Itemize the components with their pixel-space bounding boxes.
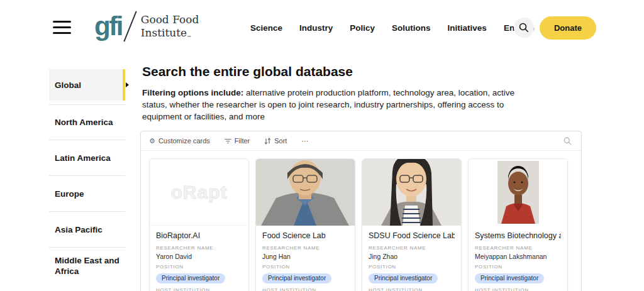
researcher-card[interactable]: Food Science Lab RESEARCHER NAME Jung Ha… (255, 158, 355, 291)
database-embed: ⚙ Customize cards Filter Sort ⋯ (140, 131, 582, 291)
primary-nav: Science Industry Policy Solutions Initia… (250, 0, 535, 55)
field-label-position: POSITION (475, 264, 561, 270)
nav-item-initiatives[interactable]: Initiatives (448, 23, 487, 33)
intro-text: Filtering options include: alternative p… (142, 87, 533, 123)
header-search-button[interactable] (514, 18, 534, 38)
trademark-symbol: ™ (187, 35, 191, 40)
card-title: Systems Biotechnology an... (475, 231, 561, 240)
nav-item-solutions[interactable]: Solutions (392, 23, 431, 33)
site-header: gfi Good Food Institute™ Science Industr… (0, 0, 644, 55)
researcher-card[interactable]: Systems Biotechnology an... RESEARCHER N… (468, 158, 568, 291)
field-label-researcher: RESEARCHER NAME (369, 245, 455, 251)
researcher-name: Meiyappan Lakshmanan (475, 253, 561, 260)
field-label-position: POSITION (156, 264, 242, 270)
field-label-host: HOST INSTITUTION (369, 287, 455, 291)
field-label-researcher: RESEARCHER NAME (262, 245, 348, 251)
page-title: Search the entire global database (142, 64, 353, 79)
field-label-host: HOST INSTITUTION (156, 287, 242, 291)
hamburger-menu-icon[interactable] (53, 21, 71, 37)
sidebar-item-latin-america[interactable]: Latin America (49, 140, 125, 176)
sidebar-item-global[interactable]: Global (49, 69, 125, 101)
field-label-host: HOST INSTITUTION (475, 287, 561, 291)
sort-button[interactable]: Sort (264, 137, 287, 145)
logo-slash-divider (123, 11, 136, 42)
field-label-position: POSITION (262, 264, 348, 270)
donate-button[interactable]: Donate (540, 16, 596, 40)
card-image-portrait-woman-glasses (362, 159, 461, 226)
gear-icon: ⚙ (149, 138, 155, 145)
gfi-logo-mark: gfi (94, 10, 122, 43)
researcher-card[interactable]: oRapt BioRaptor.AI RESEARCHER NAME Yaron… (149, 158, 249, 291)
widget-toolbar: ⚙ Customize cards Filter Sort ⋯ (141, 131, 581, 151)
card-gallery: oRapt BioRaptor.AI RESEARCHER NAME Yaron… (141, 151, 581, 291)
sidebar-item-europe[interactable]: Europe (49, 176, 125, 212)
researcher-name: Yaron David (156, 253, 242, 260)
field-label-researcher: RESEARCHER NAME (156, 245, 242, 251)
position-badge: Principal investigator (369, 273, 438, 283)
sort-icon (264, 138, 271, 145)
sidebar-item-asia-pacific[interactable]: Asia Pacific (49, 212, 125, 248)
field-label-host: HOST INSTITUTION (262, 287, 348, 291)
card-image-portrait-man-red-polo (469, 159, 567, 226)
nav-item-industry[interactable]: Industry (299, 23, 333, 33)
field-label-researcher: RESEARCHER NAME (475, 245, 561, 251)
region-sidebar: Global North America Latin America Europ… (49, 69, 125, 283)
card-title: SDSU Food Science Labora... (369, 231, 455, 240)
card-title: Food Science Lab (262, 231, 348, 240)
sidebar-item-north-america[interactable]: North America (49, 104, 125, 140)
bioraptor-watermark-text: oRapt (171, 182, 228, 203)
field-label-position: POSITION (369, 264, 455, 270)
widget-search-icon[interactable] (564, 137, 572, 145)
filter-icon (225, 138, 231, 144)
gfi-logo[interactable]: gfi Good Food Institute™ (94, 10, 199, 45)
more-options-button[interactable]: ⋯ (301, 137, 308, 145)
card-image-portrait-man-glasses (256, 159, 355, 226)
nav-item-science[interactable]: Science (250, 23, 282, 33)
logo-wordmark: Good Food Institute™ (141, 10, 199, 45)
filter-button[interactable]: Filter (225, 137, 250, 145)
nav-item-policy[interactable]: Policy (350, 23, 375, 33)
card-title: BioRaptor.AI (156, 231, 242, 240)
sidebar-item-middle-east-africa[interactable]: Middle East and Africa (49, 248, 125, 283)
researcher-card[interactable]: SDSU Food Science Labora... RESEARCHER N… (362, 158, 462, 291)
position-badge: Principal investigator (156, 273, 225, 283)
card-image-bioraptor-logo: oRapt (150, 159, 248, 226)
position-badge: Principal investigator (475, 273, 544, 283)
search-icon (519, 23, 529, 33)
customize-cards-button[interactable]: ⚙ Customize cards (149, 137, 210, 145)
researcher-name: Jung Han (262, 253, 348, 260)
position-badge: Principal investigator (262, 273, 331, 283)
chevron-right-icon (126, 82, 129, 87)
researcher-name: Jing Zhao (369, 253, 455, 260)
